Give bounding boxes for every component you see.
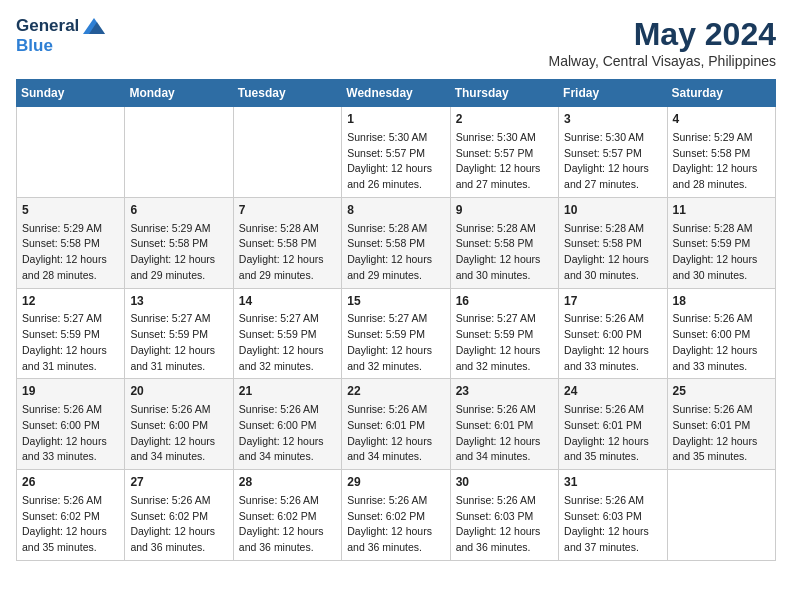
day-number: 14 xyxy=(239,293,336,310)
cell-line: Sunrise: 5:27 AM xyxy=(239,312,319,324)
cell-line: Sunset: 5:58 PM xyxy=(130,237,208,249)
cell-line: Sunrise: 5:27 AM xyxy=(347,312,427,324)
cell-line: Daylight: 12 hours xyxy=(564,435,649,447)
day-number: 20 xyxy=(130,383,227,400)
header-tuesday: Tuesday xyxy=(233,80,341,107)
header-thursday: Thursday xyxy=(450,80,558,107)
calendar-cell: 22Sunrise: 5:26 AMSunset: 6:01 PMDayligh… xyxy=(342,379,450,470)
cell-line: Sunrise: 5:28 AM xyxy=(239,222,319,234)
day-number: 19 xyxy=(22,383,119,400)
day-number: 26 xyxy=(22,474,119,491)
cell-data: Sunrise: 5:28 AMSunset: 5:58 PMDaylight:… xyxy=(456,221,553,284)
calendar-cell xyxy=(17,107,125,198)
calendar-cell: 28Sunrise: 5:26 AMSunset: 6:02 PMDayligh… xyxy=(233,470,341,561)
cell-data: Sunrise: 5:26 AMSunset: 6:00 PMDaylight:… xyxy=(673,311,770,374)
cell-line: Daylight: 12 hours xyxy=(22,525,107,537)
cell-line: Sunrise: 5:26 AM xyxy=(456,403,536,415)
cell-line: Daylight: 12 hours xyxy=(456,162,541,174)
calendar-cell xyxy=(125,107,233,198)
cell-line: Daylight: 12 hours xyxy=(456,435,541,447)
cell-line: Sunset: 6:01 PM xyxy=(347,419,425,431)
cell-line: Daylight: 12 hours xyxy=(239,525,324,537)
cell-line: Daylight: 12 hours xyxy=(130,253,215,265)
cell-line: Sunrise: 5:26 AM xyxy=(564,403,644,415)
cell-data: Sunrise: 5:29 AMSunset: 5:58 PMDaylight:… xyxy=(673,130,770,193)
calendar-cell: 30Sunrise: 5:26 AMSunset: 6:03 PMDayligh… xyxy=(450,470,558,561)
cell-data: Sunrise: 5:26 AMSunset: 6:01 PMDaylight:… xyxy=(673,402,770,465)
cell-line: and 36 minutes. xyxy=(347,541,422,553)
cell-line: and 32 minutes. xyxy=(239,360,314,372)
cell-data: Sunrise: 5:30 AMSunset: 5:57 PMDaylight:… xyxy=(456,130,553,193)
cell-data: Sunrise: 5:26 AMSunset: 6:02 PMDaylight:… xyxy=(22,493,119,556)
cell-data: Sunrise: 5:27 AMSunset: 5:59 PMDaylight:… xyxy=(130,311,227,374)
calendar-cell: 9Sunrise: 5:28 AMSunset: 5:58 PMDaylight… xyxy=(450,197,558,288)
cell-line: Sunset: 5:59 PM xyxy=(130,328,208,340)
cell-line: and 29 minutes. xyxy=(347,269,422,281)
cell-data: Sunrise: 5:26 AMSunset: 6:00 PMDaylight:… xyxy=(564,311,661,374)
logo-blue: Blue xyxy=(16,36,53,55)
location-subtitle: Malway, Central Visayas, Philippines xyxy=(549,53,776,69)
calendar-cell: 13Sunrise: 5:27 AMSunset: 5:59 PMDayligh… xyxy=(125,288,233,379)
cell-line: Daylight: 12 hours xyxy=(564,525,649,537)
cell-line: Daylight: 12 hours xyxy=(564,253,649,265)
cell-line: and 35 minutes. xyxy=(22,541,97,553)
cell-line: Sunset: 6:00 PM xyxy=(130,419,208,431)
cell-data: Sunrise: 5:26 AMSunset: 6:00 PMDaylight:… xyxy=(239,402,336,465)
calendar-cell: 6Sunrise: 5:29 AMSunset: 5:58 PMDaylight… xyxy=(125,197,233,288)
cell-line: Sunset: 6:02 PM xyxy=(239,510,317,522)
cell-line: Sunrise: 5:30 AM xyxy=(456,131,536,143)
cell-line: Sunrise: 5:28 AM xyxy=(456,222,536,234)
cell-line: Daylight: 12 hours xyxy=(673,162,758,174)
logo-general: General xyxy=(16,16,79,36)
cell-line: Sunset: 5:59 PM xyxy=(347,328,425,340)
calendar-cell: 12Sunrise: 5:27 AMSunset: 5:59 PMDayligh… xyxy=(17,288,125,379)
cell-line: Sunrise: 5:26 AM xyxy=(347,494,427,506)
cell-line: Sunrise: 5:28 AM xyxy=(673,222,753,234)
cell-line: Daylight: 12 hours xyxy=(130,344,215,356)
cell-line: Sunset: 6:02 PM xyxy=(347,510,425,522)
day-number: 12 xyxy=(22,293,119,310)
cell-line: Sunrise: 5:26 AM xyxy=(564,494,644,506)
calendar-cell: 5Sunrise: 5:29 AMSunset: 5:58 PMDaylight… xyxy=(17,197,125,288)
cell-line: Sunset: 5:57 PM xyxy=(564,147,642,159)
cell-line: Sunset: 5:58 PM xyxy=(347,237,425,249)
calendar-cell: 15Sunrise: 5:27 AMSunset: 5:59 PMDayligh… xyxy=(342,288,450,379)
day-number: 4 xyxy=(673,111,770,128)
cell-line: Daylight: 12 hours xyxy=(239,435,324,447)
cell-line: Sunset: 5:59 PM xyxy=(239,328,317,340)
cell-line: and 33 minutes. xyxy=(673,360,748,372)
cell-data: Sunrise: 5:28 AMSunset: 5:58 PMDaylight:… xyxy=(564,221,661,284)
cell-line: Sunrise: 5:30 AM xyxy=(564,131,644,143)
cell-line: Daylight: 12 hours xyxy=(239,344,324,356)
cell-line: and 30 minutes. xyxy=(456,269,531,281)
cell-line: and 29 minutes. xyxy=(239,269,314,281)
cell-data: Sunrise: 5:26 AMSunset: 6:01 PMDaylight:… xyxy=(456,402,553,465)
cell-data: Sunrise: 5:26 AMSunset: 6:03 PMDaylight:… xyxy=(456,493,553,556)
cell-line: Sunrise: 5:26 AM xyxy=(564,312,644,324)
cell-line: Daylight: 12 hours xyxy=(456,253,541,265)
day-number: 31 xyxy=(564,474,661,491)
cell-line: Sunrise: 5:30 AM xyxy=(347,131,427,143)
cell-line: and 34 minutes. xyxy=(456,450,531,462)
calendar-cell: 10Sunrise: 5:28 AMSunset: 5:58 PMDayligh… xyxy=(559,197,667,288)
cell-line: Sunset: 5:58 PM xyxy=(564,237,642,249)
cell-line: and 30 minutes. xyxy=(673,269,748,281)
cell-line: Sunset: 5:59 PM xyxy=(673,237,751,249)
cell-line: Sunset: 5:58 PM xyxy=(456,237,534,249)
day-number: 15 xyxy=(347,293,444,310)
calendar-cell: 19Sunrise: 5:26 AMSunset: 6:00 PMDayligh… xyxy=(17,379,125,470)
cell-data: Sunrise: 5:27 AMSunset: 5:59 PMDaylight:… xyxy=(347,311,444,374)
cell-line: and 30 minutes. xyxy=(564,269,639,281)
header-wednesday: Wednesday xyxy=(342,80,450,107)
header-sunday: Sunday xyxy=(17,80,125,107)
cell-data: Sunrise: 5:26 AMSunset: 6:01 PMDaylight:… xyxy=(564,402,661,465)
cell-line: Daylight: 12 hours xyxy=(564,344,649,356)
cell-data: Sunrise: 5:26 AMSunset: 6:02 PMDaylight:… xyxy=(239,493,336,556)
calendar-cell: 29Sunrise: 5:26 AMSunset: 6:02 PMDayligh… xyxy=(342,470,450,561)
cell-line: Sunset: 5:58 PM xyxy=(673,147,751,159)
day-number: 6 xyxy=(130,202,227,219)
logo-icon xyxy=(83,18,105,34)
day-number: 13 xyxy=(130,293,227,310)
calendar-week-5: 26Sunrise: 5:26 AMSunset: 6:02 PMDayligh… xyxy=(17,470,776,561)
cell-data: Sunrise: 5:27 AMSunset: 5:59 PMDaylight:… xyxy=(22,311,119,374)
